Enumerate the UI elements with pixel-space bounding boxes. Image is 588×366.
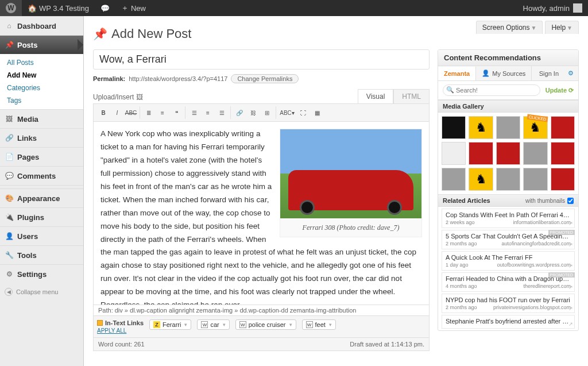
upload-insert[interactable]: Upload/Insert🖼 xyxy=(93,93,143,103)
wp-logo[interactable]: W xyxy=(0,0,22,16)
menu-pages[interactable]: 📄Pages xyxy=(0,147,83,166)
settings-icon: ⚙ xyxy=(5,269,14,279)
menu-media[interactable]: 🖼Media xyxy=(0,109,83,128)
change-permalinks-button[interactable]: Change Permalinks xyxy=(231,74,299,83)
intext-links-label: In-Text Links xyxy=(97,319,144,326)
content-recommendations: Content Recommendations Zemanta 👤My Sour… xyxy=(438,49,579,331)
menu-appearance[interactable]: 🎨Appearance xyxy=(0,188,83,207)
thumb-15[interactable] xyxy=(551,168,575,191)
thumb-14[interactable] xyxy=(523,168,547,191)
thumb-8[interactable] xyxy=(496,142,520,165)
chip-car[interactable]: Wcar▾ xyxy=(197,319,229,330)
media-icon: 🖼 xyxy=(5,114,14,124)
thumb-10[interactable] xyxy=(551,142,575,165)
avatar xyxy=(573,3,582,13)
search-input[interactable] xyxy=(443,84,540,96)
thumb-7[interactable] xyxy=(469,142,493,165)
howdy-user[interactable]: Howdy, admin xyxy=(517,0,588,16)
related-articles-list: Cop Stands With Feet In Path Of Ferrari … xyxy=(438,209,578,329)
users-icon: 👤 xyxy=(5,232,14,241)
status-bar: Word count: 261 Draft saved at 1:14:13 p… xyxy=(93,338,430,351)
menu-users[interactable]: 👤Users xyxy=(0,226,83,245)
tools-icon: 🔧 xyxy=(5,251,14,260)
thumb-13[interactable] xyxy=(496,168,520,191)
chip-police-cruiser[interactable]: Wpolice cruiser▾ xyxy=(235,319,296,330)
thumb-5[interactable] xyxy=(551,116,575,139)
ul-button[interactable]: ≣ xyxy=(142,106,155,119)
home-icon: ⌂ xyxy=(5,21,14,30)
collapse-menu[interactable]: ◀Collapse menu xyxy=(0,283,83,300)
kitchensink-button[interactable]: ▦ xyxy=(311,106,323,119)
editor-body[interactable]: Ferrari 308 (Photo credit: dave_7) A New… xyxy=(93,121,430,305)
tab-zemanta[interactable]: Zemanta xyxy=(438,67,476,80)
person-icon: 👤 xyxy=(482,70,490,77)
new-content[interactable]: ＋ New xyxy=(115,0,152,16)
align-left-button[interactable]: ☰ xyxy=(188,106,200,119)
article-item[interactable]: PROMOTED5 Sports Car That Couldn't Get A… xyxy=(442,230,575,249)
chip-feet[interactable]: Wfeet▾ xyxy=(302,319,336,330)
bold-button[interactable]: B xyxy=(97,106,110,119)
spellcheck-button[interactable]: ABC▾ xyxy=(278,106,296,119)
tab-my-sources[interactable]: 👤My Sources xyxy=(476,66,532,80)
submenu-add-new[interactable]: Add New xyxy=(0,69,83,82)
submenu-all-posts[interactable]: All Posts xyxy=(0,56,83,69)
editor-path[interactable]: Path: div » dl.wp-caption alignright zem… xyxy=(93,305,430,316)
fullscreen-button[interactable]: ⛶ xyxy=(297,106,310,119)
gear-icon[interactable]: ⚙ xyxy=(563,70,578,77)
site-name[interactable]: 🏠 WP 3.4 Testing xyxy=(22,0,95,16)
comments-bubble[interactable]: 💬 xyxy=(95,0,115,16)
italic-button[interactable]: I xyxy=(111,106,123,119)
more-button[interactable]: ⊞ xyxy=(261,106,273,119)
menu-posts[interactable]: 📌Posts xyxy=(0,35,83,54)
thumb-4[interactable]: ♞CLICKED xyxy=(523,116,547,139)
ol-button[interactable]: ≡ xyxy=(156,106,169,119)
article-item[interactable]: PROMOTEDFerrari Headed to China with a D… xyxy=(442,272,575,292)
menu-settings[interactable]: ⚙Settings xyxy=(0,264,83,283)
content-area: Screen Options▼ Help▼ 📌Add New Post Wow,… xyxy=(84,16,588,366)
pushpin-icon: 📌 xyxy=(93,27,107,41)
pin-icon: 📌 xyxy=(5,40,14,49)
strike-button[interactable]: ABC xyxy=(125,106,137,119)
submenu-categories[interactable]: Categories xyxy=(0,82,83,94)
article-item[interactable]: Stephanie Pratt's boyfriend arrested aft… xyxy=(442,315,575,329)
update-button[interactable]: Update ⟳ xyxy=(546,87,574,94)
with-thumbnails-checkbox[interactable] xyxy=(567,198,574,204)
post-image[interactable]: Ferrari 308 (Photo credit: dave_7) xyxy=(280,129,422,237)
unlink-button[interactable]: ⛓ xyxy=(247,106,260,119)
thumb-2[interactable]: ♞ xyxy=(469,116,493,139)
submenu-tags[interactable]: Tags xyxy=(0,94,83,107)
quote-button[interactable]: ❝ xyxy=(170,106,183,119)
word-count: Word count: 261 xyxy=(98,341,145,348)
thumb-1[interactable] xyxy=(442,116,466,139)
screen-options-button[interactable]: Screen Options▼ xyxy=(476,21,543,34)
media-gallery-head: Media Gallery xyxy=(438,100,578,113)
editor-toolbar: B I ABC ≣ ≡ ❝ ☰ ≡ ☰ 🔗 ⛓ ⊞ ABC▾ xyxy=(93,103,430,121)
align-right-button[interactable]: ☰ xyxy=(215,106,228,119)
thumb-11[interactable] xyxy=(442,168,466,191)
article-item[interactable]: A Quick Look At The Ferrari FF1 day agoo… xyxy=(442,251,575,271)
align-center-button[interactable]: ≡ xyxy=(202,106,214,119)
appearance-icon: 🎨 xyxy=(5,194,14,203)
post-title-input[interactable]: Wow, a Ferrari xyxy=(93,49,430,70)
tab-visual[interactable]: Visual xyxy=(358,89,393,103)
thumb-12[interactable]: ♞ xyxy=(469,168,493,191)
menu-plugins[interactable]: 🔌Plugins xyxy=(0,207,83,226)
apply-all-link[interactable]: APPLY ALL xyxy=(97,328,144,334)
sign-in-link[interactable]: Sign In xyxy=(535,67,563,80)
tab-html[interactable]: HTML xyxy=(393,89,430,103)
image-caption: Ferrari 308 (Photo credit: dave_7) xyxy=(280,218,421,237)
article-item[interactable]: Cop Stands With Feet In Path Of Ferrari … xyxy=(442,209,575,228)
link-button[interactable]: 🔗 xyxy=(233,106,246,119)
menu-tools[interactable]: 🔧Tools xyxy=(0,245,83,264)
menu-links[interactable]: 🔗Links xyxy=(0,128,83,147)
menu-dashboard[interactable]: ⌂Dashboard xyxy=(0,16,83,35)
thumb-9[interactable] xyxy=(523,142,547,165)
permalink-row: Permalink: http://steak/wordpress/3.4/?p… xyxy=(93,72,430,89)
menu-comments[interactable]: 💬Comments xyxy=(0,166,83,185)
help-button[interactable]: Help▼ xyxy=(545,21,579,34)
chip-ferarri[interactable]: ZFerarri▾ xyxy=(149,319,191,330)
article-item[interactable]: NYPD cop had his FOOT run over by Ferrar… xyxy=(442,294,575,313)
thumb-3[interactable] xyxy=(496,116,520,139)
thumb-6[interactable] xyxy=(442,142,466,165)
media-gallery: ♞ ♞CLICKED ♞ xyxy=(438,113,578,194)
